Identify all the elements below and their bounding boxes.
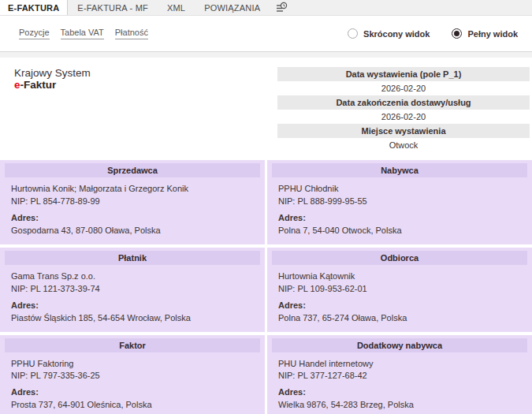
meta-value-data-zakonczenia: 2026-02-20	[277, 110, 530, 124]
tab-powiazania[interactable]: POWIĄZANIA	[195, 0, 270, 15]
section-links: Pozycje Tabela VAT Płatność	[19, 28, 148, 39]
invoice-meta: Data wystawienia (pole P_1) 2026-02-20 D…	[277, 67, 530, 152]
party-name: Hurtownia Kątownik	[278, 270, 523, 283]
ksef-logo: Krajowy System e-Faktur	[14, 67, 91, 152]
party-address: Polna 7, 54-040 Otwock, Polska	[278, 225, 523, 237]
party-nip: NIP: PL 377-127-68-42	[278, 370, 523, 382]
tab-e-faktura[interactable]: E-FAKTURA	[0, 0, 68, 15]
party-address: Gospodarna 43, 87-080 Oława, Polska	[11, 225, 255, 237]
radio-label: Skrócony widok	[363, 29, 430, 39]
party-address: Prosta 737, 64-901 Oleśnica, Polska	[11, 399, 255, 412]
party-faktor: Faktor PPHU Faktoring NIP: PL 797-335-36…	[0, 335, 265, 414]
party-name: PHU Handel internetowy	[278, 358, 523, 371]
party-nip: NIP: PL 109-953-62-01	[278, 283, 523, 296]
logo-accent: e	[14, 79, 20, 91]
party-dodatkowy-nabywca: Dodatkowy nabywca PHU Handel internetowy…	[267, 335, 532, 414]
radio-label: Pełny widok	[467, 29, 518, 39]
party-address-label: Adres:	[278, 212, 523, 225]
view-toolbar: Pozycje Tabela VAT Płatność Skrócony wid…	[0, 16, 532, 52]
party-name: PPHU Chłodnik	[278, 183, 523, 196]
party-name: PPHU Faktoring	[11, 358, 255, 371]
history-icon[interactable]	[270, 0, 294, 15]
link-platnosc[interactable]: Płatność	[115, 28, 148, 39]
party-platnik: Płatnik Gama Trans Sp.z o.o. NIP: PL 121…	[0, 248, 265, 332]
tab-xml[interactable]: XML	[158, 0, 195, 15]
party-nip: NIP: PL 888-999-95-55	[278, 196, 523, 208]
logo-line2: e-Faktur	[14, 79, 91, 91]
party-title: Sprzedawca	[5, 163, 260, 177]
logo-line2-text: -Faktur	[20, 79, 57, 91]
party-sprzedawca: Sprzedawca Hurtownia Konik; Małgorzata i…	[0, 160, 265, 244]
view-mode-radios: Skrócony widok Pełny widok	[348, 28, 518, 39]
top-tab-bar: E-FAKTURA E-FAKTURA - MF XML POWIĄZANIA	[0, 0, 532, 16]
document-header: Krajowy System e-Faktur Data wystawienia…	[0, 58, 532, 152]
meta-label-data-wystawienia: Data wystawienia (pole P_1)	[277, 67, 530, 81]
party-body: Gama Trans Sp.z o.o. NIP: PL 121-373-39-…	[0, 265, 265, 325]
meta-label-data-zakonczenia: Data zakończenia dostawy/usług	[277, 95, 530, 110]
party-title: Nabywca	[272, 163, 527, 177]
tab-e-faktura-mf[interactable]: E-FAKTURA - MF	[68, 0, 158, 15]
party-body: PPHU Faktoring NIP: PL 797-335-36-25 Adr…	[0, 352, 265, 412]
party-nip: NIP: PL 121-373-39-74	[11, 283, 255, 296]
party-odbiorca: Odbiorca Hurtownia Kątownik NIP: PL 109-…	[267, 248, 532, 332]
meta-label-miejsce: Miejsce wystawienia	[277, 124, 530, 138]
radio-circle-icon	[452, 28, 462, 39]
divider	[0, 52, 532, 58]
party-nip: NIP: PL 797-335-36-25	[11, 370, 255, 382]
radio-pelny-widok[interactable]: Pełny widok	[452, 28, 518, 39]
party-name: Hurtownia Konik; Małgorzata i Grzegorz K…	[11, 183, 255, 196]
party-title: Płatnik	[5, 251, 260, 265]
party-body: Hurtownia Konik; Małgorzata i Grzegorz K…	[0, 177, 265, 237]
meta-value-data-wystawienia: 2026-02-20	[277, 81, 530, 95]
party-address: Wielka 9876, 54-283 Brzeg, Polska	[278, 399, 523, 412]
party-address-label: Adres:	[278, 300, 523, 312]
party-body: PHU Handel internetowy NIP: PL 377-127-6…	[267, 352, 532, 412]
party-body: Hurtownia Kątownik NIP: PL 109-953-62-01…	[267, 265, 532, 325]
party-address-label: Adres:	[11, 212, 255, 225]
party-address-label: Adres:	[278, 386, 523, 399]
party-address-label: Adres:	[11, 300, 255, 312]
party-address: Piastów Śląskich 185, 54-654 Wrocław, Po…	[11, 312, 255, 325]
invoice-document: Krajowy System e-Faktur Data wystawienia…	[0, 58, 532, 414]
radio-circle-icon	[348, 28, 358, 39]
party-body: PPHU Chłodnik NIP: PL 888-999-95-55 Adre…	[267, 177, 532, 237]
party-nip: NIP: PL 854-778-89-99	[11, 196, 255, 208]
party-name: Gama Trans Sp.z o.o.	[11, 270, 255, 283]
meta-value-miejsce: Otwock	[277, 138, 530, 152]
party-address: Polna 737, 65-274 Oława, Polska	[278, 312, 523, 325]
party-title: Faktor	[5, 338, 260, 352]
party-nabywca: Nabywca PPHU Chłodnik NIP: PL 888-999-95…	[267, 160, 532, 244]
party-address-label: Adres:	[11, 386, 255, 399]
parties-grid: Sprzedawca Hurtownia Konik; Małgorzata i…	[0, 160, 532, 414]
party-title: Odbiorca	[272, 251, 527, 265]
party-title: Dodatkowy nabywca	[272, 338, 527, 352]
logo-line1: Krajowy System	[14, 67, 91, 79]
link-pozycje[interactable]: Pozycje	[19, 28, 50, 39]
link-tabela-vat[interactable]: Tabela VAT	[61, 28, 104, 39]
radio-skrocony-widok[interactable]: Skrócony widok	[348, 28, 430, 39]
